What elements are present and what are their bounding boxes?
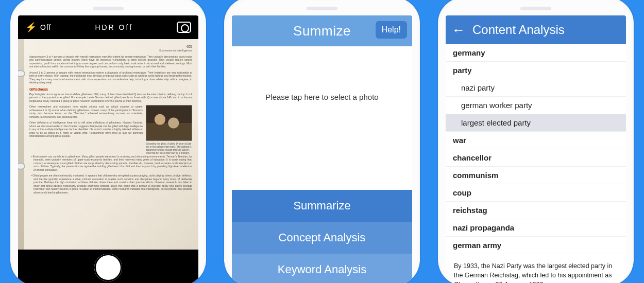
back-arrow-icon[interactable]: ← [452,23,465,37]
page-text: Other definitions of intelligence have l… [29,121,143,138]
phone-content-analysis: ← Content Analysis germany party nazi pa… [438,0,634,283]
list-item[interactable]: nazi propaganda [446,219,626,237]
summize-screen: Summize Help! Please tap here to select … [232,15,412,283]
help-button[interactable]: Help! [376,21,407,39]
detail-text: By 1933, the Nazi Party was the largest … [446,254,626,283]
camera-bottom-bar [18,250,198,283]
page-bullet: • Gifted people are often intrinsically … [33,174,192,194]
list-item[interactable]: party [446,62,626,79]
list-item-selected[interactable]: largest elected party [446,114,626,132]
list-item[interactable]: german army [446,237,626,254]
list-item[interactable]: nazi party [446,79,626,97]
page-caption: Educating the gifted. A gifted 14-year-o… [146,143,192,154]
list-item[interactable]: german worker party [446,97,626,114]
summarize-button[interactable]: Summarize [232,190,412,222]
summize-header: Summize Help! [232,15,412,46]
binder-ring [18,163,25,170]
content-analysis-screen: ← Content Analysis germany party nazi pa… [446,15,626,283]
page-photo [146,105,192,141]
list-item[interactable]: reichstag [446,202,626,219]
flash-toggle[interactable]: ⚡ Off [25,22,51,33]
flash-icon: ⚡ [25,22,37,33]
phone-summize-home: Summize Help! Please tap here to select … [224,0,420,283]
action-buttons: Summarize Concept Analysis Keyword Analy… [232,190,412,283]
screen-title: Content Analysis [472,23,565,37]
list-item[interactable]: war [446,132,626,149]
page-number: 405 [29,44,192,49]
page-heading: Giftedness [29,87,192,92]
flash-label: Off [40,23,51,31]
page-text: Around 1 to 2 percent of people with men… [29,71,192,84]
page-chapter: Extremes in Intelligence [29,49,192,53]
list-item[interactable]: chancellor [446,149,626,167]
switch-camera-icon[interactable] [177,22,191,33]
page-text: Other researchers and educators have add… [29,105,143,118]
list-item[interactable]: communism [446,167,626,184]
app-title: Summize [293,23,351,39]
select-photo-prompt: Please tap here to select a photo [265,93,378,101]
phone-speaker [93,7,124,10]
hdr-toggle[interactable]: HDR Off [51,23,177,31]
keyword-analysis-button[interactable]: Keyword Analysis [232,254,412,283]
camera-screen: ⚡ Off HDR Off 405 Extremes in Intelligen… [18,15,198,283]
phone-speaker [520,7,551,10]
shutter-button[interactable] [94,254,122,281]
select-photo-area[interactable]: Please tap here to select a photo [232,46,412,190]
list-item[interactable]: germany [446,44,626,62]
page-text: Approximately 3 to 4 percent of people w… [29,55,192,68]
camera-top-bar: ⚡ Off HDR Off [18,15,198,39]
binder-ring [18,70,25,77]
phone-speaker [307,7,337,10]
page-text: Psychologists do not agree on how to def… [29,93,192,103]
phone-camera: ⚡ Off HDR Off 405 Extremes in Intelligen… [10,0,206,283]
page-bullet: • Environment can contribute to giftedne… [33,155,192,172]
content-analysis-header: ← Content Analysis [446,15,626,44]
list-item[interactable]: coup [446,184,626,202]
camera-viewfinder[interactable]: 405 Extremes in Intelligence Approximate… [18,39,198,250]
concept-analysis-button[interactable]: Concept Analysis [232,222,412,254]
content-list: germany party nazi party german worker p… [446,44,626,283]
